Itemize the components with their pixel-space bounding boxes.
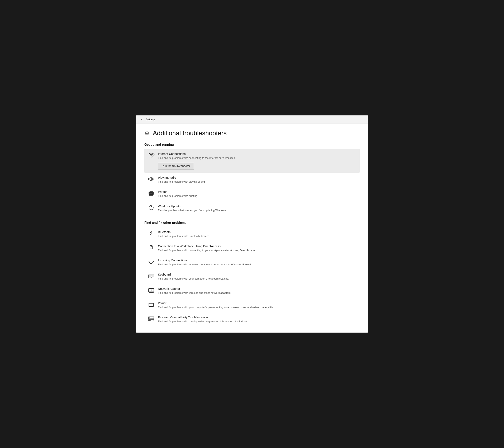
item-directaccess-desc: Find and fix problems with connecting to… — [158, 249, 357, 252]
svg-rect-31 — [149, 320, 154, 321]
audio-icon — [147, 176, 155, 182]
keyboard-icon — [147, 273, 155, 279]
section-title-1: Get up and running — [144, 143, 360, 147]
compatibility-icon — [147, 316, 155, 321]
item-internet-desc: Find and fix problems with connecting to… — [158, 156, 357, 160]
section-title-2: Find and fix other problems — [144, 221, 360, 224]
svg-rect-1 — [149, 178, 150, 180]
svg-point-0 — [151, 157, 152, 157]
section-get-up-running: Get up and running Internet Connections … — [144, 143, 360, 215]
item-program-compatibility[interactable]: Program Compatibility Troubleshooter Fin… — [144, 312, 360, 327]
svg-rect-2 — [149, 194, 153, 196]
item-audio-name: Playing Audio — [158, 176, 357, 179]
item-power-desc: Find and fix problems with your computer… — [158, 305, 357, 309]
item-printer-name: Printer — [158, 190, 357, 193]
item-compatibility-content: Program Compatibility Troubleshooter Fin… — [158, 316, 357, 323]
power-icon — [147, 302, 155, 307]
home-icon — [144, 130, 150, 136]
bluetooth-icon — [147, 231, 155, 236]
item-power[interactable]: Power Find and fix problems with your co… — [144, 298, 360, 312]
item-update-name: Windows Update — [158, 205, 357, 208]
item-incoming-connections[interactable]: Incoming Connections Find and fix proble… — [144, 255, 360, 270]
printer-icon — [147, 190, 155, 196]
item-update-desc: Resolve problems that prevent you from u… — [158, 209, 357, 212]
settings-window: Settings Additional troubleshooters Get … — [136, 115, 368, 333]
item-bluetooth[interactable]: Bluetooth Find and fix problems with Blu… — [144, 227, 360, 241]
item-internet-name: Internet Connections — [158, 152, 357, 155]
item-audio-content: Playing Audio Find and fix problems with… — [158, 176, 357, 184]
svg-rect-6 — [150, 245, 152, 249]
page-title: Additional troubleshooters — [153, 130, 227, 137]
incoming-icon — [147, 259, 155, 264]
svg-point-27 — [151, 290, 152, 291]
item-keyboard-desc: Find and fix problems with your computer… — [158, 277, 357, 280]
svg-point-11 — [151, 263, 152, 264]
item-directaccess-content: Connection to a Workplace Using DirectAc… — [158, 244, 357, 252]
item-windows-update[interactable]: Windows Update Resolve problems that pre… — [144, 201, 360, 215]
run-troubleshooter-button[interactable]: Run the troubleshooter — [158, 163, 194, 169]
item-printer[interactable]: Printer Find and fix problems with print… — [144, 187, 360, 201]
item-keyboard-name: Keyboard — [158, 273, 357, 276]
item-audio-desc: Find and fix problems with playing sound — [158, 180, 357, 184]
back-button[interactable] — [140, 117, 144, 121]
item-incoming-desc: Find and fix problems with incoming comp… — [158, 263, 357, 266]
item-printer-desc: Find and fix problems with printing — [158, 194, 357, 198]
item-playing-audio[interactable]: Playing Audio Find and fix problems with… — [144, 173, 360, 187]
item-network-desc: Find and fix problems with wireless and … — [158, 291, 357, 295]
item-bluetooth-content: Bluetooth Find and fix problems with Blu… — [158, 230, 357, 238]
svg-rect-30 — [149, 318, 154, 319]
wifi-icon — [147, 152, 155, 158]
item-keyboard[interactable]: Keyboard Find and fix problems with your… — [144, 270, 360, 284]
item-network-adapter[interactable]: Network Adapter Find and fix problems wi… — [144, 284, 360, 298]
titlebar: Settings — [136, 115, 368, 124]
item-bluetooth-name: Bluetooth — [158, 230, 357, 234]
item-keyboard-content: Keyboard Find and fix problems with your… — [158, 273, 357, 280]
svg-rect-23 — [149, 289, 154, 292]
network-icon — [147, 287, 155, 293]
item-printer-content: Printer Find and fix problems with print… — [158, 190, 357, 198]
svg-rect-3 — [149, 192, 154, 194]
item-internet-connections[interactable]: Internet Connections Find and fix proble… — [144, 149, 360, 173]
item-compatibility-name: Program Compatibility Troubleshooter — [158, 316, 357, 319]
page-content: Additional troubleshooters Get up and ru… — [136, 124, 368, 333]
item-directaccess[interactable]: Connection to a Workplace Using DirectAc… — [144, 241, 360, 255]
item-bluetooth-desc: Find and fix problems with Bluetooth dev… — [158, 234, 357, 238]
item-compatibility-desc: Find and fix problems with running older… — [158, 320, 357, 323]
item-network-content: Network Adapter Find and fix problems wi… — [158, 287, 357, 295]
update-icon — [147, 205, 155, 210]
item-power-content: Power Find and fix problems with your co… — [158, 301, 357, 309]
svg-rect-29 — [149, 317, 154, 318]
item-incoming-content: Incoming Connections Find and fix proble… — [158, 259, 357, 266]
page-header: Additional troubleshooters — [144, 130, 360, 137]
item-update-content: Windows Update Resolve problems that pre… — [158, 205, 357, 212]
directaccess-icon — [147, 245, 155, 250]
section-find-fix: Find and fix other problems Bluetooth Fi… — [144, 221, 360, 327]
item-internet-content: Internet Connections Find and fix proble… — [158, 152, 357, 169]
item-network-name: Network Adapter — [158, 287, 357, 290]
svg-rect-28 — [149, 303, 154, 307]
item-incoming-name: Incoming Connections — [158, 259, 357, 262]
titlebar-text: Settings — [146, 118, 155, 121]
item-directaccess-name: Connection to a Workplace Using DirectAc… — [158, 244, 357, 248]
item-power-name: Power — [158, 301, 357, 305]
